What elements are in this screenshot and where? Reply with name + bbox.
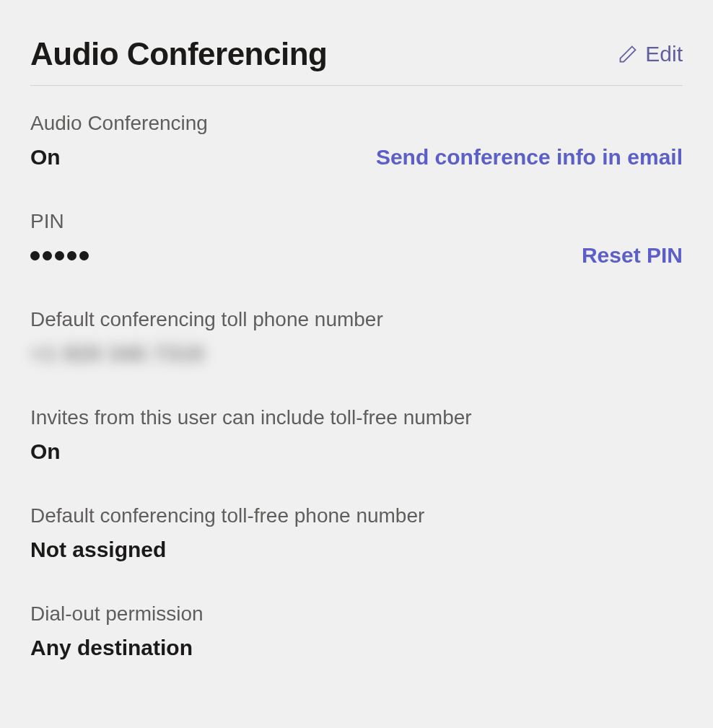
dial-out-label: Dial-out permission <box>30 602 683 626</box>
pin-label: PIN <box>30 210 683 233</box>
pin-row: Reset PIN <box>30 243 683 268</box>
toll-free-include-label: Invites from this user can include toll-… <box>30 406 683 429</box>
pin-value <box>30 251 89 260</box>
pin-dot <box>55 251 64 260</box>
toll-number-label: Default conferencing toll phone number <box>30 308 683 331</box>
audio-conferencing-label: Audio Conferencing <box>30 112 683 135</box>
toll-free-include-field: Invites from this user can include toll-… <box>30 406 683 464</box>
edit-button[interactable]: Edit <box>618 42 683 66</box>
page-title: Audio Conferencing <box>30 36 327 72</box>
send-conference-info-link[interactable]: Send conference info in email <box>376 145 683 170</box>
audio-conferencing-field: Audio Conferencing On Send conference in… <box>30 112 683 170</box>
header-row: Audio Conferencing Edit <box>30 36 683 86</box>
toll-free-number-value: Not assigned <box>30 538 683 562</box>
toll-free-number-label: Default conferencing toll-free phone num… <box>30 504 683 527</box>
toll-number-value: +1 929 346 7319 <box>30 341 683 366</box>
pencil-icon <box>618 44 638 64</box>
pin-dot <box>30 251 40 260</box>
dial-out-field: Dial-out permission Any destination <box>30 602 683 660</box>
pin-dot <box>43 251 52 260</box>
toll-free-include-value: On <box>30 439 683 464</box>
audio-conferencing-value: On <box>30 145 61 170</box>
toll-number-field: Default conferencing toll phone number +… <box>30 308 683 366</box>
edit-label: Edit <box>645 42 683 66</box>
pin-dot <box>79 251 89 260</box>
dial-out-value: Any destination <box>30 636 683 660</box>
pin-dot <box>67 251 76 260</box>
audio-conferencing-row: On Send conference info in email <box>30 145 683 170</box>
reset-pin-link[interactable]: Reset PIN <box>582 243 683 268</box>
toll-free-number-field: Default conferencing toll-free phone num… <box>30 504 683 562</box>
pin-field: PIN Reset PIN <box>30 210 683 268</box>
